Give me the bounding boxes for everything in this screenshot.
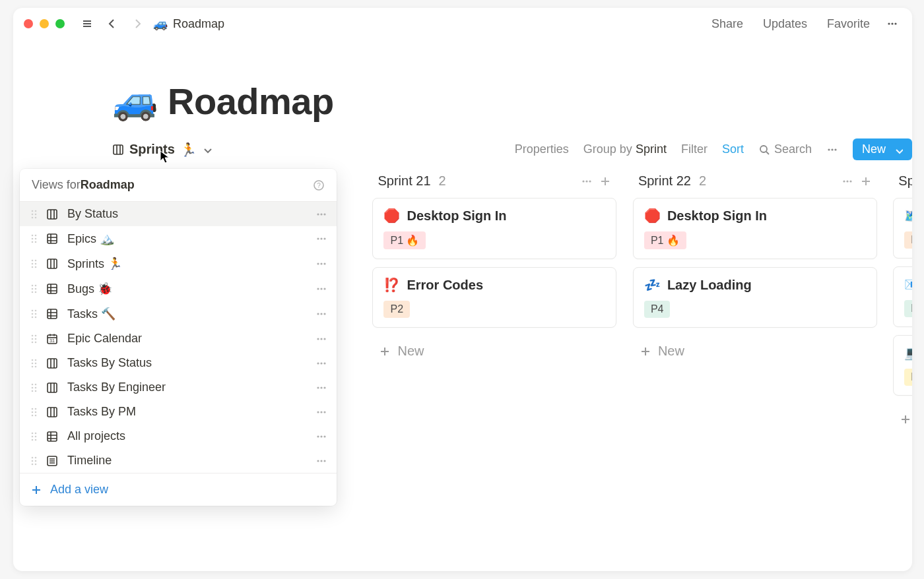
drag-handle-icon[interactable] [29, 283, 38, 295]
view-item[interactable]: Epic Calendar [20, 326, 337, 351]
help-icon[interactable] [313, 179, 325, 191]
view-picker[interactable]: Sprints 🏃 [112, 142, 213, 158]
drag-handle-icon[interactable] [29, 333, 38, 345]
group-by-button[interactable]: Group by Sprint [583, 142, 667, 156]
view-item-label: All projects [67, 429, 125, 443]
minimize-window-button[interactable] [40, 19, 49, 28]
view-item[interactable]: Tasks By Status [20, 351, 337, 375]
table-icon [46, 308, 59, 320]
view-item[interactable]: Tasks By Engineer [20, 375, 337, 400]
drag-handle-icon[interactable] [29, 258, 38, 270]
table-icon [46, 431, 59, 442]
drag-handle-icon[interactable] [29, 455, 38, 467]
board-card[interactable]: 🛑 Desktop Sign In P1 🔥 [372, 198, 616, 259]
new-button-label: New [862, 142, 886, 156]
properties-button[interactable]: Properties [515, 142, 569, 156]
search-button[interactable]: Search [758, 142, 812, 156]
toolbar-more-button[interactable] [826, 144, 838, 156]
view-item-more-button[interactable] [315, 208, 327, 220]
view-item-label: Epics 🏔️ [67, 231, 114, 246]
view-item-more-button[interactable] [315, 406, 327, 418]
board-card[interactable]: 💤 Lazy Loading P4 [633, 267, 877, 328]
board-card[interactable]: ⁉️ Error Codes P2 [372, 267, 616, 328]
drag-handle-icon[interactable] [29, 406, 38, 418]
column-title[interactable]: Sprint 22 [638, 173, 691, 189]
column-add-button[interactable] [860, 175, 872, 187]
add-view-button[interactable]: Add a view [30, 483, 326, 497]
view-item-label: Tasks By Engineer [67, 381, 166, 394]
view-item[interactable]: By Status [20, 202, 337, 226]
column-add-button[interactable] [599, 175, 611, 187]
list-icon [46, 455, 59, 467]
nav-forward-button[interactable] [128, 15, 147, 33]
board-column: Sprint 21 2 🛑 Desktop Sign In P1 🔥 [372, 167, 616, 367]
breadcrumb[interactable]: 🚙 Roadmap [153, 16, 224, 31]
view-item[interactable]: Tasks By PM [20, 400, 337, 424]
page-more-button[interactable] [883, 15, 902, 33]
close-window-button[interactable] [24, 19, 33, 28]
add-card-button[interactable]: New [372, 336, 616, 367]
view-item-label: By Status [67, 207, 118, 221]
priority-badge: P2 [904, 231, 912, 249]
drag-handle-icon[interactable] [29, 357, 38, 369]
sort-button[interactable]: Sort [722, 142, 744, 156]
favorite-button[interactable]: Favorite [820, 15, 876, 34]
drag-handle-icon[interactable] [29, 431, 38, 442]
hamburger-menu-button[interactable] [78, 15, 96, 33]
view-item-more-button[interactable] [315, 258, 327, 270]
view-item-more-button[interactable] [315, 333, 327, 345]
drag-handle-icon[interactable] [29, 382, 38, 394]
column-title[interactable]: Sprint 21 [378, 173, 430, 189]
board-card[interactable]: 🗺️ P2 [893, 198, 912, 259]
board-card[interactable]: 🛑 Desktop Sign In P1 🔥 [633, 198, 877, 259]
view-item[interactable]: Tasks 🔨 [20, 301, 337, 326]
drag-handle-icon[interactable] [29, 308, 38, 320]
filter-button[interactable]: Filter [681, 142, 708, 156]
view-item-label: Tasks By PM [67, 405, 136, 419]
view-item-more-button[interactable] [315, 382, 327, 394]
add-card-button[interactable]: New [633, 336, 877, 367]
drag-handle-icon[interactable] [29, 233, 38, 245]
drag-handle-icon[interactable] [29, 208, 38, 220]
add-view-label: Add a view [50, 483, 108, 497]
calendar-icon [46, 333, 59, 345]
titlebar: 🚙 Roadmap Share Updates Favorite [13, 8, 912, 40]
new-button[interactable]: New [853, 138, 912, 160]
share-button[interactable]: Share [705, 15, 750, 34]
column-title[interactable]: Spri [898, 173, 912, 189]
column-more-button[interactable] [581, 175, 593, 187]
card-emoji: 📧 [904, 276, 912, 292]
view-item[interactable]: Epics 🏔️ [20, 226, 337, 251]
page-title[interactable]: Roadmap [168, 80, 334, 123]
breadcrumb-icon: 🚙 [153, 16, 168, 31]
add-card-label: New [658, 344, 684, 359]
add-card-label: New [397, 344, 424, 359]
plus-icon [30, 484, 42, 496]
view-item-more-button[interactable] [315, 431, 327, 442]
view-item[interactable]: Sprints 🏃 [20, 251, 337, 276]
view-item-more-button[interactable] [315, 357, 327, 369]
chevron-down-icon [202, 144, 213, 155]
card-emoji: 🛑 [383, 208, 400, 224]
nav-back-button[interactable] [103, 15, 121, 33]
views-dropdown-header: Views for Roadmap [20, 169, 337, 202]
view-item[interactable]: Bugs 🐞 [20, 276, 337, 301]
view-item-more-button[interactable] [315, 455, 327, 467]
board-icon [46, 208, 59, 220]
board-card[interactable]: 📧 P4 [893, 266, 912, 327]
view-item-label: Bugs 🐞 [67, 282, 112, 296]
card-emoji: 💤 [644, 277, 661, 293]
board-card[interactable]: 💻 P3 [893, 335, 912, 396]
view-item-label: Timeline [67, 454, 112, 468]
view-item-more-button[interactable] [315, 283, 327, 295]
add-card-button[interactable]: N [893, 404, 912, 435]
column-more-button[interactable] [842, 175, 853, 187]
view-item[interactable]: All projects [20, 424, 337, 448]
page-icon[interactable]: 🚙 [112, 79, 158, 123]
view-item-more-button[interactable] [315, 308, 327, 320]
view-item[interactable]: Timeline [20, 448, 337, 473]
updates-button[interactable]: Updates [756, 15, 814, 34]
fullscreen-window-button[interactable] [55, 19, 65, 28]
board-icon [46, 406, 59, 418]
view-item-more-button[interactable] [315, 233, 327, 245]
